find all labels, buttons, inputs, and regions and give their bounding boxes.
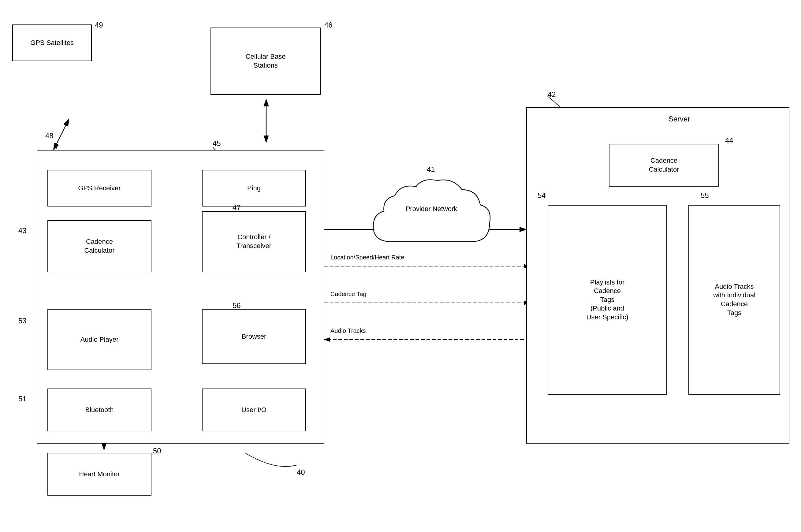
cellular-base-stations-box: Cellular BaseStations: [210, 27, 321, 95]
label-41: 41: [427, 165, 435, 174]
label-43: 43: [18, 226, 26, 235]
gps-receiver-label: GPS Receiver: [78, 184, 120, 193]
gps-receiver-box: GPS Receiver: [47, 170, 151, 207]
diagram: GPS Satellites 49 Cellular BaseStations …: [0, 0, 801, 532]
cadence-calculator-client-label: CadenceCalculator: [84, 238, 114, 255]
arrow-location-label: Location/Speed/Heart Rate: [330, 254, 404, 261]
label-49: 49: [95, 21, 103, 30]
cadence-calculator-client-box: CadenceCalculator: [47, 220, 151, 272]
label-47: 47: [232, 204, 241, 212]
provider-network-label: Provider Network: [367, 205, 496, 213]
label-55: 55: [701, 191, 709, 200]
svg-line-6: [54, 119, 69, 150]
label-42: 42: [548, 90, 556, 99]
audio-tracks-label: Audio Trackswith IndividualCadenceTags: [713, 282, 756, 317]
playlists-label: Playlists forCadenceTags(Public andUser …: [587, 278, 628, 322]
audio-player-box: Audio Player: [47, 309, 151, 370]
bluetooth-box: Bluetooth: [47, 388, 151, 431]
label-46: 46: [324, 21, 332, 30]
browser-label: Browser: [242, 332, 266, 341]
provider-network-cloud: Provider Network: [367, 174, 496, 266]
label-54: 54: [538, 191, 546, 200]
label-53: 53: [18, 317, 26, 325]
label-45: 45: [213, 139, 221, 148]
user-io-box: User I/O: [202, 388, 306, 431]
audio-player-label: Audio Player: [80, 335, 119, 344]
label-56: 56: [232, 301, 241, 310]
heart-monitor-box: Heart Monitor: [47, 453, 151, 496]
label-44: 44: [725, 136, 733, 145]
playlists-box: Playlists forCadenceTags(Public andUser …: [548, 205, 667, 395]
gps-satellites-label: GPS Satellites: [30, 39, 74, 48]
cadence-calculator-server-box: CadenceCalculator: [609, 144, 719, 187]
controller-transceiver-box: Controller /Transceiver: [202, 211, 306, 272]
audio-tracks-box: Audio Trackswith IndividualCadenceTags: [688, 205, 780, 395]
ping-box: Ping: [202, 170, 306, 207]
browser-box: Browser: [202, 309, 306, 364]
arrow-audio-label: Audio Tracks: [330, 327, 366, 335]
user-io-label: User I/O: [242, 406, 266, 415]
arrow-cadence-label: Cadence Tag: [330, 291, 366, 298]
label-50: 50: [153, 446, 161, 455]
heart-monitor-label: Heart Monitor: [79, 470, 120, 479]
label-51: 51: [18, 395, 26, 403]
ping-label: Ping: [247, 184, 261, 193]
bluetooth-label: Bluetooth: [85, 406, 114, 415]
label-48: 48: [45, 132, 54, 140]
gps-satellites-box: GPS Satellites: [12, 24, 92, 61]
label-40: 40: [297, 468, 305, 477]
cadence-calculator-server-label: CadenceCalculator: [649, 156, 679, 174]
server-title: Server: [588, 115, 771, 123]
cellular-base-stations-label: Cellular BaseStations: [246, 52, 286, 70]
controller-transceiver-label: Controller /Transceiver: [236, 233, 271, 250]
